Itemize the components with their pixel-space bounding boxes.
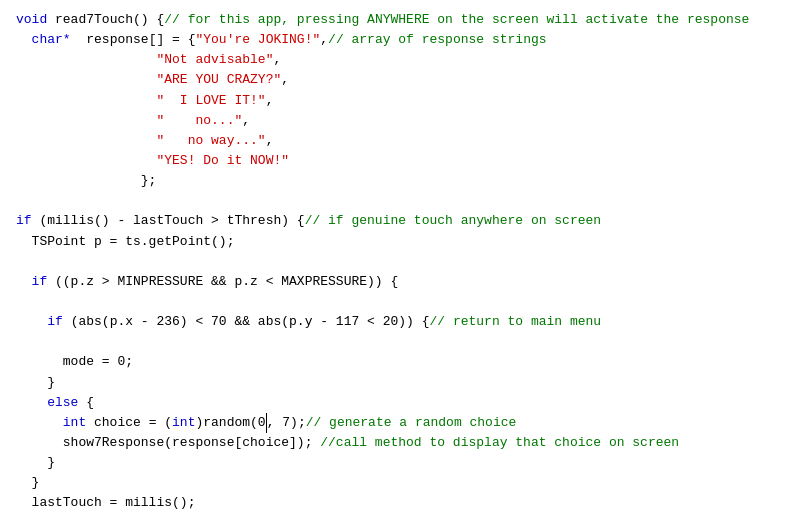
code-line (16, 191, 784, 211)
code-token: , 7); (267, 415, 306, 430)
code-token (16, 314, 47, 329)
code-token: , (320, 32, 328, 47)
code-token: " no way..." (156, 133, 265, 148)
code-token: , (242, 113, 250, 128)
code-line: mode = 0; (16, 352, 784, 372)
code-token (16, 153, 156, 168)
code-line (16, 252, 784, 272)
code-token: "Not advisable" (156, 52, 273, 67)
code-token: "YES! Do it NOW!" (156, 153, 289, 168)
code-token: , (281, 72, 289, 87)
code-token: } (16, 475, 39, 490)
code-token (16, 113, 156, 128)
code-line: } (16, 514, 784, 517)
code-editor: void read7Touch() {// for this app, pres… (16, 10, 784, 517)
code-token (16, 274, 32, 289)
code-line (16, 292, 784, 312)
code-line: } (16, 373, 784, 393)
code-line: if ((p.z > MINPRESSURE && p.z < MAXPRESS… (16, 272, 784, 292)
code-token: //call method to display that choice on … (320, 435, 679, 450)
code-token (16, 415, 63, 430)
code-line: } (16, 453, 784, 473)
code-token: else (47, 395, 78, 410)
code-line: else { (16, 393, 784, 413)
code-token: show7Response(response[choice]); (16, 435, 320, 450)
code-token: "You're JOKING!" (195, 32, 320, 47)
code-line: lastTouch = millis(); (16, 493, 784, 513)
code-token: , (266, 133, 274, 148)
code-line: if (millis() - lastTouch > tThresh) {// … (16, 211, 784, 231)
code-line: "Not advisable", (16, 50, 784, 70)
code-token: (millis() - lastTouch > tThresh) { (32, 213, 305, 228)
code-token: // return to main menu (430, 314, 602, 329)
code-token: } (16, 375, 55, 390)
code-line: } (16, 473, 784, 493)
code-token: (abs(p.x - 236) < 70 && abs(p.y - 117 < … (63, 314, 430, 329)
code-token: { (78, 395, 94, 410)
code-token: read7Touch() { (47, 12, 164, 27)
code-token: , (273, 52, 281, 67)
code-line: "ARE YOU CRAZY?", (16, 70, 784, 90)
code-token (16, 133, 156, 148)
code-token: )random(0 (195, 415, 265, 430)
code-token: ((p.z > MINPRESSURE && p.z < MAXPRESSURE… (47, 274, 398, 289)
code-line: " no way...", (16, 131, 784, 151)
code-line: }; (16, 171, 784, 191)
code-line: TSPoint p = ts.getPoint(); (16, 232, 784, 252)
code-token: " no..." (156, 113, 242, 128)
code-token (16, 93, 156, 108)
code-token: TSPoint p = ts.getPoint(); (16, 234, 234, 249)
code-line: void read7Touch() {// for this app, pres… (16, 10, 784, 30)
code-token: if (32, 274, 48, 289)
code-token: int (172, 415, 195, 430)
code-line: show7Response(response[choice]); //call … (16, 433, 784, 453)
code-token: char* (32, 32, 71, 47)
code-token: // array of response strings (328, 32, 546, 47)
code-token: if (47, 314, 63, 329)
code-token: } (16, 455, 55, 470)
code-token: "ARE YOU CRAZY?" (156, 72, 281, 87)
code-line (16, 332, 784, 352)
code-token: lastTouch = millis(); (16, 495, 195, 510)
code-token: int (63, 415, 86, 430)
code-token: " I LOVE IT!" (156, 93, 265, 108)
code-token: if (16, 213, 32, 228)
code-token (16, 72, 156, 87)
code-token: choice = ( (86, 415, 172, 430)
code-token (16, 32, 32, 47)
code-token: void (16, 12, 47, 27)
code-token: }; (16, 173, 156, 188)
code-line: int choice = (int)random(0 , 7);// gener… (16, 413, 784, 433)
code-token (16, 52, 156, 67)
code-token (16, 395, 47, 410)
code-token: // for this app, pressing ANYWHERE on th… (164, 12, 749, 27)
code-line: char* response[] = {"You're JOKING!",// … (16, 30, 784, 50)
code-token: response[] = { (71, 32, 196, 47)
code-line: "YES! Do it NOW!" (16, 151, 784, 171)
code-line: " I LOVE IT!", (16, 91, 784, 111)
code-line: " no...", (16, 111, 784, 131)
code-token: // generate a random choice (306, 415, 517, 430)
code-line: if (abs(p.x - 236) < 70 && abs(p.y - 117… (16, 312, 784, 332)
code-token: mode = 0; (16, 354, 133, 369)
code-token: , (266, 93, 274, 108)
code-token: // if genuine touch anywhere on screen (305, 213, 601, 228)
